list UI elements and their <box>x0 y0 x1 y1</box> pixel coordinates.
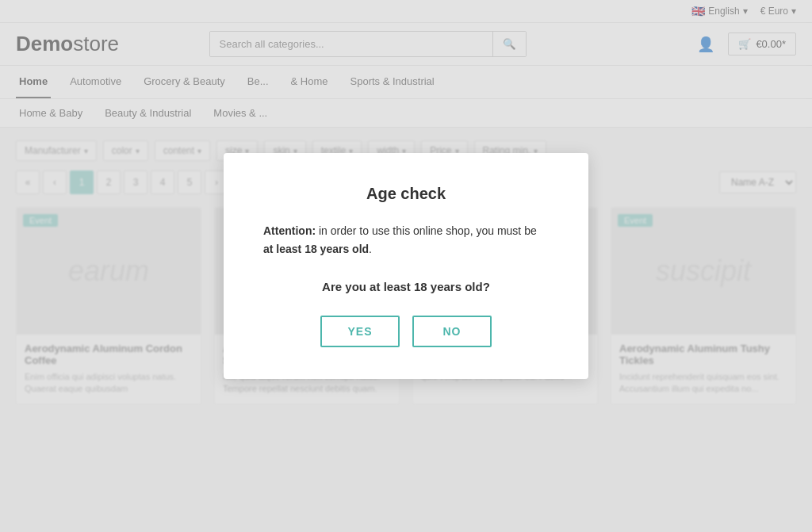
attention-suffix: . <box>369 243 372 255</box>
age-yes-button[interactable]: YES <box>320 316 400 347</box>
attention-bold: at least 18 years old <box>263 243 369 255</box>
attention-body: in order to use this online shop, you mu… <box>316 224 537 237</box>
age-check-modal: Age check Attention: in order to use thi… <box>224 153 588 379</box>
modal-question: Are you at least 18 years old? <box>263 280 549 293</box>
modal-title: Age check <box>263 185 549 203</box>
modal-overlay: Age check Attention: in order to use thi… <box>0 0 812 417</box>
modal-buttons: YES NO <box>263 316 549 347</box>
modal-attention-text: Attention: in order to use this online s… <box>263 222 549 258</box>
attention-prefix: Attention: <box>263 224 316 237</box>
age-no-button[interactable]: NO <box>412 316 492 347</box>
